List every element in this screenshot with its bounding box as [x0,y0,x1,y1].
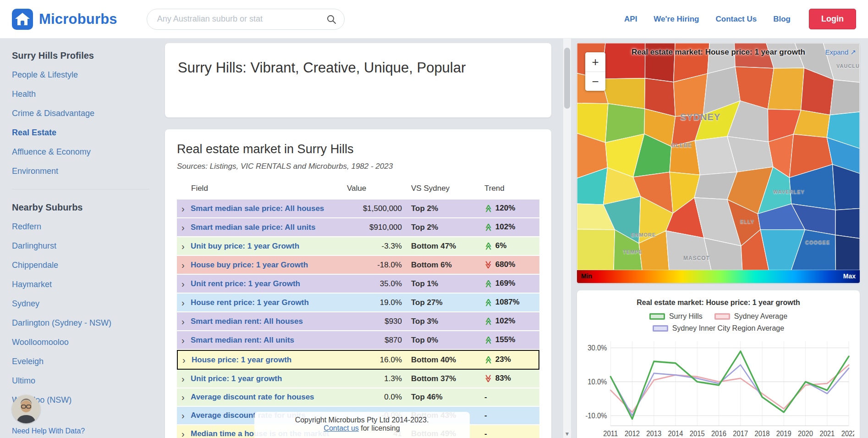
map-expand-link[interactable]: Expand ↗ [825,48,856,56]
field-link[interactable]: Smart median sale price: All houses [191,204,324,213]
row-expand-icon[interactable]: › [181,374,187,383]
value-cell: $870 [342,331,407,350]
legend-item-sydney-inner-city-region-average: Sydney Inner City Region Average [653,324,784,333]
row-expand-icon[interactable]: › [181,279,187,288]
sidebar-item-people-lifestyle[interactable]: People & Lifestyle [12,70,78,79]
table-row[interactable]: ›Smart median sale price: All units$910,… [177,218,539,237]
scroll-down-icon[interactable]: ▼ [563,431,571,437]
licensing-text: for licensing [359,424,400,432]
nearby-item-ultimo[interactable]: Ultimo [12,376,35,385]
table-row[interactable]: ›Unit price: 1 year growth1.3%Bottom 37%… [177,370,539,388]
svg-text:2014: 2014 [668,429,683,438]
row-expand-icon[interactable]: › [181,204,187,213]
map-title: Real estate market: House price: 1 year … [577,48,860,57]
field-link[interactable]: House rent price: 1 year Growth [191,298,309,307]
nav-link-blog[interactable]: Blog [773,15,791,24]
row-expand-icon[interactable]: › [181,261,187,270]
sidebar-item-affluence-economy[interactable]: Affluence & Economy [12,147,91,156]
zoom-out-button[interactable]: − [585,72,605,91]
map-label-waverley: WAVERLEY [773,189,805,194]
nearby-item-haymarket[interactable]: Haymarket [12,280,52,289]
avatar[interactable] [12,395,40,423]
search-icon[interactable] [326,14,337,27]
field-link[interactable]: House price: 1 year growth [192,355,291,365]
map-color-scale: Min Max [577,270,860,283]
table-row[interactable]: ›House rent price: 1 year Growth19.0%Top… [177,294,539,312]
stats-table: Field Value VS Sydney Trend ›Smart media… [177,181,539,438]
svg-text:2021: 2021 [819,429,835,438]
nav-link-we-re-hiring[interactable]: We're Hiring [654,15,699,24]
value-cell: 16.0% [342,350,407,370]
row-expand-icon[interactable]: › [181,429,187,438]
legend-item-surry-hills: Surry Hills [649,312,703,321]
vertical-scrollbar[interactable]: ▼ [563,39,571,438]
map-label-mascot: MASCOT [683,255,710,261]
scrollbar-thumb[interactable] [564,48,570,109]
heatmap[interactable]: Real estate market: House price: 1 year … [577,43,860,283]
search-input[interactable] [147,9,345,30]
table-row[interactable]: ›Unit rent price: 1 year Growth35.0%Top … [177,275,539,294]
page-title: Surry Hills: Vibrant, Creative, Unique, … [178,60,538,76]
sidebar-item-environment[interactable]: Environment [12,166,58,176]
trend-cell: ≫1087% [480,294,539,312]
legend-label: Sydney Inner City Region Average [672,324,784,333]
scale-min-label: Min [581,272,592,280]
vs-sydney-cell: Top 0% [407,331,480,350]
field-link[interactable]: Average discount rate for houses [191,393,314,402]
legend-label: Surry Hills [669,312,703,321]
real-estate-card: Real estate market in Surry Hills Source… [165,129,551,438]
map-label-elly: ELLY [740,219,754,224]
sidebar: Surry Hills Profiles People & LifestyleH… [0,39,160,438]
row-expand-icon[interactable]: › [181,223,187,232]
field-link[interactable]: Unit price: 1 year growth [191,374,282,383]
trend-cell: ≫120% [480,200,539,218]
table-row[interactable]: ›Smart median rent: All houses$930Top 3%… [177,312,539,331]
row-expand-icon[interactable]: › [181,242,187,251]
nav-link-api[interactable]: API [624,15,637,24]
trend-down-icon: ≫ [483,261,493,269]
nearby-item-darlinghurst[interactable]: Darlinghurst [12,241,56,250]
svg-text:2013: 2013 [646,429,661,438]
table-row[interactable]: ›Smart median rent: All units$870Top 0%≫… [177,331,539,350]
nearby-links: RedfernDarlinghurstChippendaleHaymarketS… [12,222,149,405]
row-expand-icon[interactable]: › [181,317,187,326]
row-expand-icon[interactable]: › [181,393,187,402]
login-button[interactable]: Login [809,9,856,29]
nearby-item-sydney[interactable]: Sydney [12,299,39,308]
contact-us-link[interactable]: Contact us [324,424,358,432]
choropleth-map[interactable] [577,43,860,270]
table-row[interactable]: ›Average discount rate for houses0.0%Top… [177,388,539,407]
row-expand-icon[interactable]: › [181,336,187,345]
row-expand-icon[interactable]: › [181,298,187,307]
nearby-item-woolloomooloo[interactable]: Woolloomooloo [12,338,69,347]
nearby-item-eveleigh[interactable]: Eveleigh [12,357,44,366]
row-expand-icon[interactable]: › [182,355,187,365]
table-row[interactable]: ›Unit buy price: 1 year Growth-3.3%Botto… [177,237,539,256]
row-expand-icon[interactable]: › [181,411,187,420]
nearby-item-chippendale[interactable]: Chippendale [12,261,58,270]
field-link[interactable]: Smart median rent: All units [191,336,294,345]
sidebar-item-health[interactable]: Health [12,89,36,99]
svg-text:2022: 2022 [841,429,854,438]
field-link[interactable]: Smart median rent: All houses [191,317,303,326]
sidebar-item-real-estate[interactable]: Real Estate [12,128,56,137]
trend-cell: - [480,388,539,407]
field-link[interactable]: Unit buy price: 1 year Growth [191,242,299,251]
field-link[interactable]: Unit rent price: 1 year Growth [191,279,300,288]
table-row[interactable]: ›Smart median sale price: All houses$1,5… [177,200,539,218]
field-link[interactable]: Smart median sale price: All units [191,223,315,232]
nearby-item-darlington-sydney-nsw[interactable]: Darlington (Sydney - NSW) [12,318,111,327]
vs-sydney-cell: Top 2% [407,218,480,237]
trend-cell: ≫83% [480,370,539,388]
help-link[interactable]: Need Help With Data? [12,427,85,435]
nav-link-contact-us[interactable]: Contact Us [716,15,757,24]
nearby-item-redfern[interactable]: Redfern [12,222,41,231]
trend-up-icon: ≫ [483,205,493,213]
zoom-in-button[interactable]: + [585,52,605,72]
sidebar-item-crime-disadvantage[interactable]: Crime & Disadvantage [12,109,94,118]
brand[interactable]: Microburbs [12,9,117,30]
table-row[interactable]: ›House price: 1 year growth16.0%Bottom 4… [177,350,539,370]
legend-swatch [714,313,730,320]
table-row[interactable]: ›House buy price: 1 year Growth-18.0%Bot… [177,256,539,275]
field-link[interactable]: House buy price: 1 year Growth [191,261,308,270]
